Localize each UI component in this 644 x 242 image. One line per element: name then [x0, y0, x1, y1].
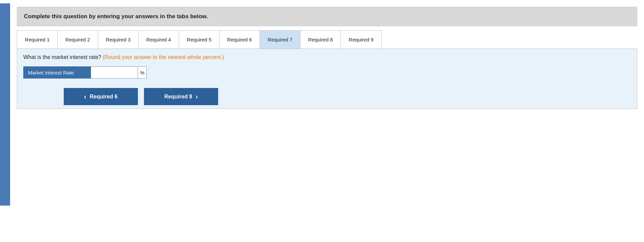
question-text: What is the market interest rate? (Round… — [23, 54, 631, 60]
tab-required-2[interactable]: Required 2 — [58, 31, 98, 49]
nav-buttons: Required 6 Required 8 — [64, 88, 631, 105]
tab-required-3[interactable]: Required 3 — [98, 31, 139, 49]
prev-button[interactable]: Required 6 — [64, 88, 138, 105]
tab-required-6[interactable]: Required 6 — [219, 31, 260, 49]
market-interest-rate-input[interactable] — [91, 66, 138, 79]
tab-required-9[interactable]: Required 9 — [341, 31, 381, 49]
tabs-container: Required 1 Required 2 Required 3 Require… — [17, 30, 382, 49]
next-button-label: Required 8 — [164, 94, 192, 100]
input-label: Market Interest Rate — [23, 66, 91, 79]
next-chevron-icon — [196, 93, 198, 100]
main-content: Complete this question by entering your … — [10, 3, 644, 112]
instruction-text: Complete this question by entering your … — [24, 13, 208, 20]
left-sidebar-bar — [0, 3, 10, 206]
instruction-banner: Complete this question by entering your … — [17, 7, 637, 26]
prev-button-label: Required 6 — [90, 94, 118, 100]
question-area: What is the market interest rate? (Round… — [17, 49, 637, 109]
tab-required-7[interactable]: Required 7 — [260, 31, 300, 49]
tab-required-5[interactable]: Required 5 — [179, 31, 219, 49]
percent-suffix: % — [138, 66, 147, 79]
next-button[interactable]: Required 8 — [144, 88, 218, 105]
tab-required-8[interactable]: Required 8 — [300, 31, 341, 49]
prev-chevron-icon — [84, 93, 86, 100]
page-wrapper: Complete this question by entering your … — [0, 0, 644, 242]
input-row: Market Interest Rate % — [23, 66, 631, 79]
tab-required-4[interactable]: Required 4 — [139, 31, 179, 49]
question-highlight: (Round your answer to the nearest whole … — [103, 54, 224, 60]
question-main-text: What is the market interest rate? — [23, 54, 101, 60]
tab-required-1[interactable]: Required 1 — [17, 31, 58, 49]
